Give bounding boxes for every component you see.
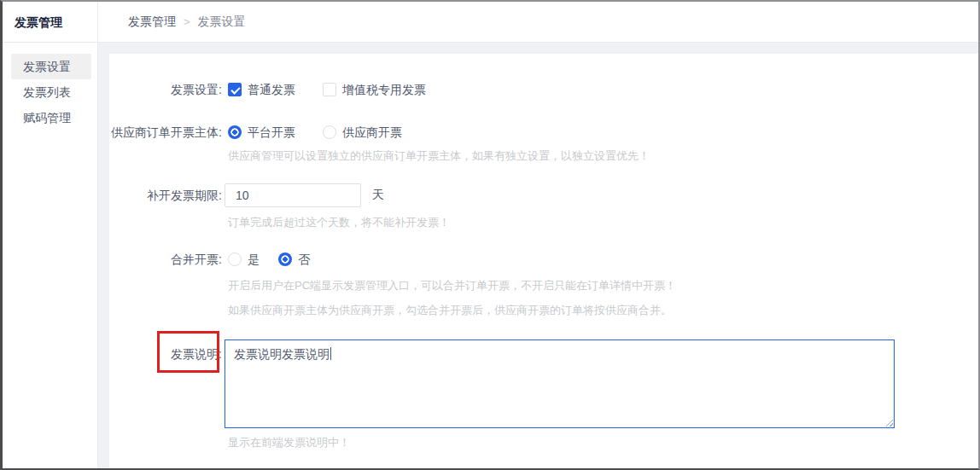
- sidebar-item-invoice-settings[interactable]: 发票设置: [11, 54, 91, 79]
- breadcrumb-separator-icon: >: [184, 15, 190, 28]
- resize-handle-icon[interactable]: [884, 417, 893, 426]
- radio-label: 供应商开票: [342, 125, 402, 140]
- merge-invoicing-row: 合并开票: 是 否: [109, 252, 978, 267]
- reissue-period-label: 补开发票期限:: [109, 183, 222, 207]
- sidebar: 发票管理 发票设置 发票列表 赋码管理: [3, 2, 98, 468]
- radio-icon[interactable]: [228, 125, 242, 139]
- reissue-period-hint: 订单完成后超过这个天数，将不能补开发票！: [228, 216, 978, 229]
- settings-card: 发票设置: 普通发票 增值税专用发票 供应商订单开票主体:: [109, 54, 978, 468]
- sidebar-title: 发票管理: [3, 2, 97, 43]
- sidebar-item-invoice-list[interactable]: 发票列表: [11, 79, 91, 105]
- merge-invoicing-hint-2: 如果供应商开票主体为供应商开票，勾选合并开票后，供应商开票的订单将按供应商合并。: [228, 304, 978, 317]
- checkbox-icon[interactable]: [323, 83, 336, 96]
- content-background: 发票设置: 普通发票 增值税专用发票 供应商订单开票主体:: [98, 43, 978, 468]
- checkbox-icon[interactable]: [228, 83, 242, 96]
- merge-invoicing-label: 合并开票:: [109, 252, 222, 267]
- reissue-period-row: 补开发票期限: 天: [109, 183, 978, 207]
- checkbox-label: 普通发票: [248, 82, 295, 97]
- radio-option-no[interactable]: 否: [278, 252, 310, 267]
- radio-label: 是: [248, 252, 260, 267]
- merge-invoicing-hint-1: 开启后用户在PC端显示发票管理入口，可以合并订单开票，不开启只能在订单详情中开票…: [228, 279, 978, 293]
- supplier-subject-hint: 供应商管理可以设置独立的供应商订单开票主体，如果有独立设置，以独立设置优先！: [228, 149, 978, 163]
- invoice-type-label: 发票设置:: [109, 82, 222, 97]
- breadcrumb-item-invoice-management[interactable]: 发票管理: [128, 15, 176, 30]
- radio-option-platform-invoicing[interactable]: 平台开票: [228, 125, 295, 140]
- radio-icon[interactable]: [278, 252, 292, 266]
- text-cursor: [330, 347, 331, 360]
- radio-icon[interactable]: [323, 125, 336, 139]
- radio-label: 否: [298, 252, 310, 267]
- radio-option-supplier-invoicing[interactable]: 供应商开票: [323, 125, 402, 140]
- invoice-description-label: 发票说明:: [109, 339, 222, 362]
- sidebar-menu: 发票设置 发票列表 赋码管理: [3, 54, 97, 131]
- invoice-description-text: 发票说明发票说明: [234, 347, 330, 361]
- invoice-description-hint: 显示在前端发票说明中！: [228, 436, 978, 450]
- main-area: 发票管理 > 发票设置 发票设置: 普通发票 增值税专用发票: [98, 2, 978, 468]
- radio-icon[interactable]: [228, 252, 242, 266]
- checkbox-label: 增值税专用发票: [342, 82, 426, 97]
- reissue-period-unit: 天: [372, 188, 384, 203]
- breadcrumb: 发票管理 > 发票设置: [98, 2, 978, 43]
- invoice-description-row: 发票说明: 发票说明发票说明: [109, 339, 978, 428]
- invoice-type-row: 发票设置: 普通发票 增值税专用发票: [109, 82, 978, 97]
- breadcrumb-item-invoice-settings: 发票设置: [198, 15, 246, 30]
- supplier-subject-label: 供应商订单开票主体:: [109, 125, 222, 140]
- reissue-period-input[interactable]: [225, 183, 361, 207]
- sidebar-item-code-management[interactable]: 赋码管理: [11, 105, 91, 131]
- supplier-subject-row: 供应商订单开票主体: 平台开票 供应商开票: [109, 125, 978, 140]
- invoice-description-textarea[interactable]: 发票说明发票说明: [225, 339, 895, 428]
- radio-label: 平台开票: [248, 125, 295, 140]
- radio-option-yes[interactable]: 是: [228, 252, 260, 267]
- checkbox-option-vat-special-invoice[interactable]: 增值税专用发票: [323, 82, 426, 97]
- app-window: 发票管理 发票设置 发票列表 赋码管理 发票管理 > 发票设置 发票设置:: [0, 0, 980, 470]
- checkbox-option-ordinary-invoice[interactable]: 普通发票: [228, 82, 295, 97]
